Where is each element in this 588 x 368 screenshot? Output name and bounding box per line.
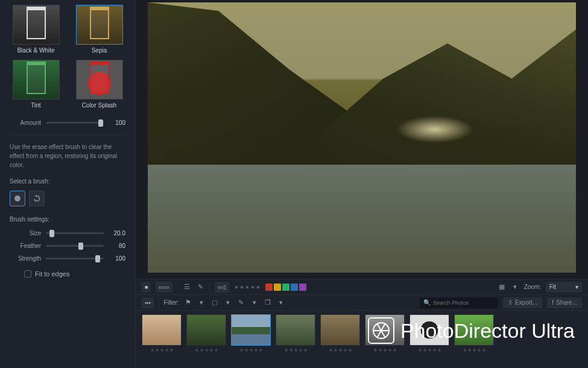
preset-label: Tint — [31, 102, 40, 109]
feather-label: Feather — [10, 243, 41, 249]
film-thumb[interactable]: ★★★★★ — [409, 314, 449, 353]
circle-solid-icon — [13, 194, 22, 203]
ratio-display[interactable]: ▭▯ — [215, 282, 229, 293]
slider-track[interactable] — [46, 245, 104, 247]
film-thumb[interactable]: ★★★★★ — [231, 314, 271, 353]
preset-thumb — [13, 60, 60, 100]
amount-slider[interactable]: Amount 100 — [10, 118, 125, 127]
slider-thumb[interactable] — [49, 230, 54, 237]
canvas-area[interactable] — [136, 0, 588, 279]
star-icon[interactable]: ★ — [245, 284, 250, 290]
amount-value: 100 — [109, 119, 125, 126]
feather-slider[interactable]: Feather 80 — [10, 241, 125, 250]
select-brush-label: Select a brush: — [10, 178, 125, 185]
film-thumb[interactable]: ★★★★★ — [142, 314, 182, 353]
brush-restore-button[interactable] — [29, 191, 45, 206]
rating-stars[interactable]: ★ ★ ★ ★ ★ — [234, 284, 261, 290]
chevron-down-icon[interactable]: ▾ — [224, 299, 232, 307]
amount-label: Amount — [10, 119, 41, 126]
size-label: Size — [10, 230, 41, 236]
histogram-icon[interactable]: ☰ — [183, 283, 191, 291]
search-box[interactable]: 🔍 ✕ — [420, 297, 498, 308]
slider-track[interactable] — [46, 122, 104, 124]
brush-solid-button[interactable] — [10, 191, 25, 206]
chevron-down-icon[interactable]: ▾ — [250, 299, 259, 307]
preset-black-white[interactable]: Black & White — [10, 5, 62, 54]
sidebar-panel: Black & White Sepia Tint Color Splash Am… — [0, 0, 136, 368]
export-icon: ⇪ — [508, 299, 513, 306]
slider-thumb[interactable] — [98, 119, 103, 127]
feather-value: 80 — [109, 243, 125, 249]
size-slider[interactable]: Size 20.0 — [10, 229, 125, 238]
filter-flag-icon[interactable]: ⚑ — [184, 299, 192, 307]
film-thumb[interactable]: ★★★★★ — [365, 314, 405, 353]
checkbox-icon[interactable] — [24, 270, 31, 278]
view-toolbar: ■ ▭▭ ☰ ✎ ▭▯ ★ ★ ★ ★ ★ ▦ ▾ — [136, 279, 588, 294]
zoom-select[interactable]: Fit ▾ — [546, 282, 582, 293]
chevron-down-icon: ▾ — [575, 284, 578, 290]
strength-slider[interactable]: Strength 100 — [10, 254, 125, 263]
zoom-value: Fit — [549, 284, 556, 290]
share-icon: f — [552, 299, 554, 306]
film-thumb[interactable]: ★★★★★ — [320, 314, 360, 353]
filter-stack-icon[interactable]: ❐ — [264, 299, 272, 307]
zoom-label: Zoom: — [524, 284, 541, 290]
brush-selector — [10, 191, 125, 206]
canvas-image[interactable] — [148, 2, 576, 273]
filter-edit-icon[interactable]: ✎ — [237, 299, 245, 307]
fit-to-edges-row[interactable]: Fit to edges — [10, 270, 125, 278]
color-label-swatches — [265, 284, 306, 291]
main-area: ■ ▭▭ ☰ ✎ ▭▯ ★ ★ ★ ★ ★ ▦ ▾ — [136, 0, 588, 368]
svg-point-0 — [14, 195, 21, 201]
chevron-down-icon[interactable]: ▾ — [277, 299, 285, 307]
crop-icon[interactable]: ✎ — [196, 283, 204, 291]
preset-tint[interactable]: Tint — [10, 60, 62, 109]
share-button[interactable]: f Share... — [547, 297, 582, 308]
export-label: Export... — [515, 299, 537, 306]
film-thumb[interactable]: ★★★★★ — [276, 314, 315, 353]
fit-to-edges-label: Fit to edges — [35, 270, 69, 278]
thumb-size-button[interactable]: ▪▪▪ — [142, 297, 154, 308]
preset-thumb — [76, 60, 123, 100]
grid-toggle-icon[interactable]: ▦ — [498, 283, 506, 291]
slider-thumb[interactable] — [95, 255, 100, 262]
swatch-purple[interactable] — [299, 284, 306, 291]
film-thumb[interactable]: ★★★★★ — [454, 314, 494, 353]
filter-label-icon[interactable]: ▢ — [210, 299, 219, 307]
brush-settings-label: Brush settings: — [10, 216, 125, 223]
swatch-red[interactable] — [265, 284, 273, 291]
chevron-down-icon[interactable]: ▾ — [197, 299, 206, 307]
preset-grid: Black & White Sepia Tint Color Splash — [10, 5, 125, 109]
share-label: Share... — [556, 299, 577, 306]
filmstrip[interactable]: ★★★★★ ★★★★★ ★★★★★ ★★★★★ ★★★★★ ★★★★★ — [136, 310, 588, 368]
swatch-green[interactable] — [282, 284, 289, 291]
preset-color-splash[interactable]: Color Splash — [73, 60, 125, 109]
search-icon: 🔍 — [423, 299, 431, 306]
slider-track[interactable] — [46, 232, 104, 234]
strength-value: 100 — [109, 255, 125, 262]
preset-label: Color Splash — [82, 102, 116, 109]
star-icon[interactable]: ★ — [256, 284, 261, 290]
film-thumb[interactable]: ★★★★★ — [186, 314, 226, 353]
star-icon[interactable]: ★ — [234, 284, 239, 290]
view-single-button[interactable]: ■ — [142, 282, 151, 293]
slider-track[interactable] — [46, 258, 104, 259]
hint-text: Use the erase effect brush to clear the … — [10, 142, 125, 170]
separator — [209, 282, 210, 292]
chevron-down-icon[interactable]: ▾ — [511, 283, 519, 291]
star-icon[interactable]: ★ — [239, 284, 244, 290]
preset-thumb — [76, 5, 123, 45]
export-button[interactable]: ⇪ Export... — [503, 297, 542, 308]
swatch-yellow[interactable] — [274, 284, 281, 291]
filter-label: Filter: — [164, 299, 179, 306]
preset-label: Black & White — [17, 47, 54, 54]
view-compare-button[interactable]: ▭▭ — [156, 282, 172, 293]
strength-label: Strength — [10, 255, 41, 262]
swatch-blue[interactable] — [291, 284, 298, 291]
preset-thumb — [13, 5, 60, 45]
preset-sepia[interactable]: Sepia — [73, 5, 125, 54]
slider-thumb[interactable] — [78, 243, 83, 250]
search-input[interactable] — [433, 300, 501, 306]
preset-label: Sepia — [92, 47, 107, 54]
star-icon[interactable]: ★ — [250, 284, 255, 290]
